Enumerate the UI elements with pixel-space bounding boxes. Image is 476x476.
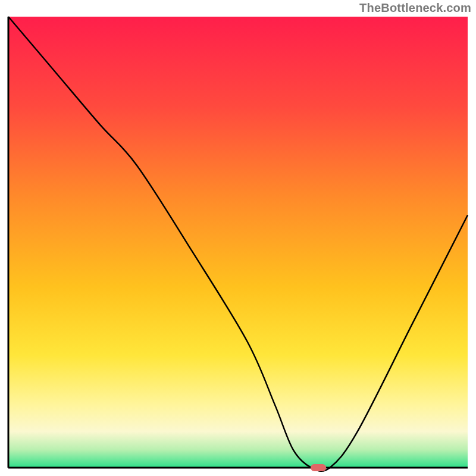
bottleneck-chart	[0, 0, 476, 476]
watermark-text: TheBottleneck.com	[359, 1, 471, 15]
optimal-marker	[311, 464, 326, 471]
plot-background	[8, 17, 468, 468]
chart-container: TheBottleneck.com	[0, 0, 476, 476]
